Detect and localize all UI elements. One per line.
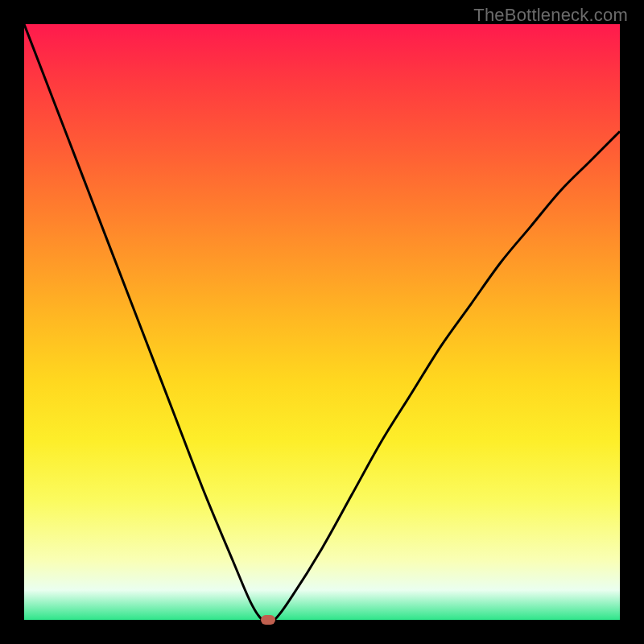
plot-area <box>24 24 620 620</box>
curve-path <box>24 24 620 620</box>
bottleneck-curve <box>24 24 620 620</box>
chart-frame: TheBottleneck.com <box>0 0 644 644</box>
minimum-marker <box>261 615 275 625</box>
watermark-text: TheBottleneck.com <box>473 5 628 26</box>
